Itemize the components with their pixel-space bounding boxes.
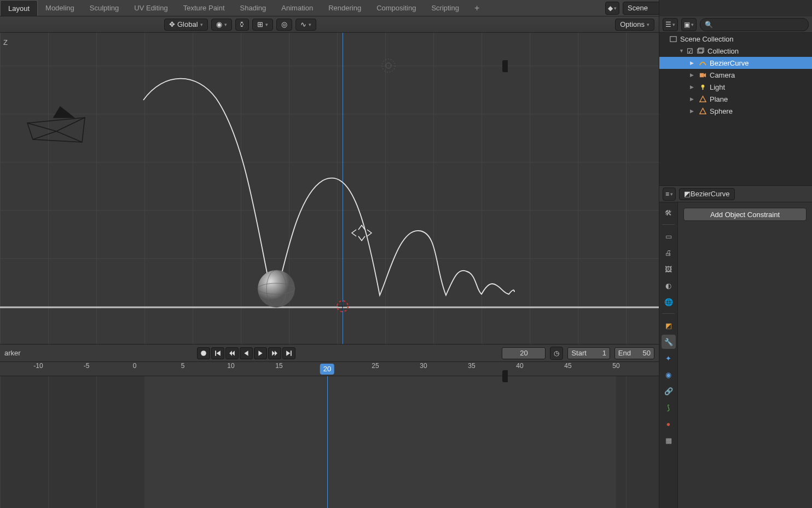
snap-toggle[interactable]: ⧲ — [235, 19, 249, 31]
disclosure-triangle[interactable]: ▶ — [690, 84, 695, 90]
browse-scene-button[interactable]: ◆▾ — [605, 2, 619, 15]
ptab-object[interactable]: ◩ — [662, 318, 676, 332]
sidebar-toggle-tab[interactable] — [502, 60, 508, 72]
tab-uv-editing[interactable]: UV Editing — [126, 0, 175, 16]
svg-marker-19 — [244, 351, 248, 356]
outliner-item-sphere[interactable]: ▶ Sphere — [659, 105, 812, 117]
start-value: 1 — [592, 349, 606, 357]
ptab-data[interactable]: ⟆ — [662, 400, 676, 414]
play-button[interactable] — [254, 347, 267, 359]
tick: 15 — [275, 362, 282, 370]
jump-to-end-button[interactable] — [282, 347, 295, 359]
tab-shading[interactable]: Shading — [233, 0, 274, 16]
outliner[interactable]: Scene Collection ▼ ☑ Collection ▶ Bezier… — [659, 33, 812, 186]
tab-compositing[interactable]: Compositing — [369, 0, 424, 16]
jump-to-start-button[interactable] — [211, 347, 224, 359]
ptab-world[interactable]: 🌐 — [662, 295, 676, 309]
material-icon: ● — [666, 420, 671, 428]
outliner-view-dropdown[interactable]: ▣▾ — [681, 18, 697, 31]
play-reverse-button[interactable] — [240, 347, 253, 359]
tab-scripting[interactable]: Scripting — [424, 0, 467, 16]
tab-layout[interactable]: Layout — [0, 0, 38, 16]
tick: 50 — [612, 362, 619, 370]
timeline-ruler[interactable]: -10 -5 0 5 10 15 20 25 30 35 40 45 50 — [0, 362, 659, 376]
outliner-collection[interactable]: ▼ ☑ Collection — [659, 45, 812, 57]
particles-icon: ✦ — [665, 354, 671, 363]
jump-next-keyframe-button[interactable] — [268, 347, 281, 359]
disclosure-triangle[interactable]: ▶ — [690, 108, 695, 114]
object-icon: ◩ — [684, 190, 691, 198]
scene-collection-icon — [668, 34, 678, 43]
svg-rect-25 — [670, 36, 676, 41]
ptab-modifiers[interactable]: 🔧 — [662, 335, 676, 349]
outliner-item-light[interactable]: ▶ Light — [659, 81, 812, 93]
snap-target-dropdown[interactable]: ⊞▾ — [252, 19, 273, 31]
falloff-icon: ∿ — [300, 20, 306, 28]
constraint-icon: 🔗 — [664, 387, 673, 395]
properties-type-dropdown[interactable]: ≡▾ — [663, 188, 676, 201]
proportional-edit-toggle[interactable]: ◎ — [276, 19, 292, 31]
playhead[interactable]: 20 — [320, 364, 334, 375]
proportional-falloff-dropdown[interactable]: ∿▾ — [295, 19, 316, 31]
svg-marker-32 — [699, 96, 705, 101]
end-frame-field[interactable]: End 50 — [614, 347, 654, 359]
outliner-display-mode-dropdown[interactable]: ☰▾ — [663, 18, 678, 31]
tab-sculpting[interactable]: Sculpting — [82, 0, 126, 16]
svg-rect-31 — [702, 87, 703, 90]
dopesheet-area[interactable] — [0, 376, 659, 508]
right-panel: ☰▾ ▣▾ 🔍 Scene Collection ▼ ☑ Collection … — [659, 0, 812, 508]
ptab-output[interactable]: 🖨 — [662, 246, 676, 260]
transform-orientation-dropdown[interactable]: ✥ Global ▾ — [164, 19, 208, 31]
jump-prev-keyframe-button[interactable] — [225, 347, 239, 359]
auto-keying-button[interactable] — [197, 347, 210, 359]
outliner-scene-collection[interactable]: Scene Collection — [659, 33, 812, 45]
tick: 25 — [372, 362, 379, 370]
current-frame-field[interactable]: 20 — [502, 347, 546, 359]
svg-marker-8 — [54, 107, 74, 118]
use-preview-range-button[interactable]: ◷ — [550, 347, 563, 360]
ptab-viewlayer[interactable]: 🖼 — [662, 262, 676, 276]
add-object-constraint-button[interactable]: Add Object Constraint — [683, 208, 807, 221]
timeline-sidebar-toggle[interactable] — [502, 370, 508, 382]
ptab-tool[interactable]: 🛠 — [662, 206, 676, 220]
tab-rendering[interactable]: Rendering — [321, 0, 369, 16]
orientation-icon: ✥ — [169, 20, 175, 28]
svg-line-6 — [56, 131, 82, 142]
timeline-menu-label[interactable]: arker — [4, 349, 141, 357]
svg-marker-28 — [699, 73, 704, 77]
disclosure-triangle[interactable]: ▶ — [690, 72, 695, 78]
svg-rect-15 — [215, 351, 216, 356]
physics-icon: ◉ — [665, 371, 671, 379]
3d-cursor — [337, 301, 348, 312]
3d-viewport[interactable]: Z — [0, 33, 659, 344]
disclosure-triangle[interactable]: ▶ — [690, 60, 695, 66]
checkbox-icon[interactable]: ☑ — [687, 47, 693, 55]
properties-breadcrumb[interactable]: ◩ BezierCurve — [679, 188, 735, 200]
viewport-options-dropdown[interactable]: Options ▾ — [615, 19, 654, 31]
ptab-constraints[interactable]: 🔗 — [662, 384, 676, 398]
ptab-texture[interactable]: ▦ — [662, 433, 676, 447]
outliner-item-plane[interactable]: ▶ Plane — [659, 93, 812, 105]
scene-name-label: Scene — [628, 4, 648, 12]
ptab-render[interactable]: ▭ — [662, 229, 676, 243]
ptab-physics[interactable]: ◉ — [662, 367, 676, 382]
outliner-search-input[interactable]: 🔍 — [700, 18, 809, 31]
outliner-label: Collection — [707, 47, 739, 55]
ptab-particles[interactable]: ✦ — [662, 351, 676, 365]
sphere-object — [258, 270, 295, 307]
tick: -5 — [84, 362, 90, 370]
outliner-item-beziercurve[interactable]: ▶ BezierCurve — [659, 57, 812, 69]
add-workspace-button[interactable]: + — [467, 0, 482, 16]
pivot-point-dropdown[interactable]: ◉▾ — [211, 19, 232, 31]
tab-texture-paint[interactable]: Texture Paint — [176, 0, 233, 16]
tab-animation[interactable]: Animation — [274, 0, 321, 16]
start-frame-field[interactable]: Start 1 — [567, 347, 610, 359]
outliner-item-camera[interactable]: ▶ Camera — [659, 69, 812, 81]
disclosure-triangle[interactable]: ▼ — [679, 48, 685, 54]
svg-line-4 — [27, 123, 56, 131]
disclosure-triangle[interactable]: ▶ — [690, 96, 695, 102]
ptab-material[interactable]: ● — [662, 417, 676, 431]
ptab-scene[interactable]: ◐ — [662, 278, 676, 293]
tab-modeling[interactable]: Modeling — [38, 0, 82, 16]
viewport-scene — [0, 33, 659, 344]
